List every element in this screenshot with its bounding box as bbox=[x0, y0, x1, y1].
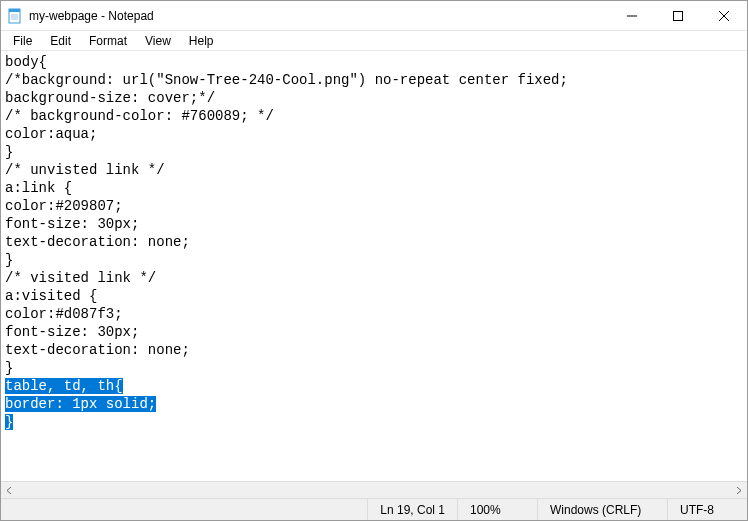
editor-line: a:link { bbox=[5, 179, 743, 197]
menubar: File Edit Format View Help bbox=[1, 31, 747, 51]
selected-text: } bbox=[5, 414, 13, 430]
chevron-right-icon bbox=[735, 487, 742, 494]
editor-line: background-size: cover;*/ bbox=[5, 89, 743, 107]
editor-line: color:aqua; bbox=[5, 125, 743, 143]
statusbar: Ln 19, Col 1 100% Windows (CRLF) UTF-8 bbox=[1, 498, 747, 520]
editor-line: /*background: url("Snow-Tree-240-Cool.pn… bbox=[5, 71, 743, 89]
menu-file[interactable]: File bbox=[5, 33, 40, 49]
editor-line: body{ bbox=[5, 53, 743, 71]
editor-line: font-size: 30px; bbox=[5, 215, 743, 233]
editor-line: } bbox=[5, 251, 743, 269]
editor-line: text-decoration: none; bbox=[5, 341, 743, 359]
selected-text: table, td, th{ bbox=[5, 378, 123, 394]
selected-text: border: 1px solid; bbox=[5, 396, 156, 412]
editor-line: } bbox=[5, 413, 743, 431]
status-lineending: Windows (CRLF) bbox=[537, 499, 667, 520]
editor-line: /* visited link */ bbox=[5, 269, 743, 287]
text-editor[interactable]: body{/*background: url("Snow-Tree-240-Co… bbox=[1, 51, 747, 481]
status-encoding: UTF-8 bbox=[667, 499, 747, 520]
chevron-left-icon bbox=[6, 487, 13, 494]
editor-line: color:#209807; bbox=[5, 197, 743, 215]
status-cursor: Ln 19, Col 1 bbox=[367, 499, 457, 520]
status-zoom: 100% bbox=[457, 499, 537, 520]
editor-line: /* unvisted link */ bbox=[5, 161, 743, 179]
close-icon bbox=[719, 11, 729, 21]
minimize-icon bbox=[627, 11, 637, 21]
close-button[interactable] bbox=[701, 1, 747, 31]
editor-line: a:visited { bbox=[5, 287, 743, 305]
scroll-right-button[interactable] bbox=[730, 482, 747, 499]
window-title: my-webpage - Notepad bbox=[29, 9, 609, 23]
editor-line: } bbox=[5, 143, 743, 161]
horizontal-scrollbar[interactable] bbox=[1, 481, 747, 498]
editor-line: font-size: 30px; bbox=[5, 323, 743, 341]
svg-rect-6 bbox=[674, 11, 683, 20]
maximize-button[interactable] bbox=[655, 1, 701, 31]
titlebar: my-webpage - Notepad bbox=[1, 1, 747, 31]
editor-line: } bbox=[5, 359, 743, 377]
minimize-button[interactable] bbox=[609, 1, 655, 31]
editor-line: color:#d087f3; bbox=[5, 305, 743, 323]
editor-line: border: 1px solid; bbox=[5, 395, 743, 413]
menu-help[interactable]: Help bbox=[181, 33, 222, 49]
editor-line: text-decoration: none; bbox=[5, 233, 743, 251]
editor-line: table, td, th{ bbox=[5, 377, 743, 395]
notepad-icon bbox=[7, 8, 23, 24]
editor-line: /* background-color: #760089; */ bbox=[5, 107, 743, 125]
scroll-track[interactable] bbox=[18, 482, 730, 499]
scroll-left-button[interactable] bbox=[1, 482, 18, 499]
menu-edit[interactable]: Edit bbox=[42, 33, 79, 49]
maximize-icon bbox=[673, 11, 683, 21]
menu-view[interactable]: View bbox=[137, 33, 179, 49]
svg-rect-1 bbox=[9, 9, 20, 12]
menu-format[interactable]: Format bbox=[81, 33, 135, 49]
